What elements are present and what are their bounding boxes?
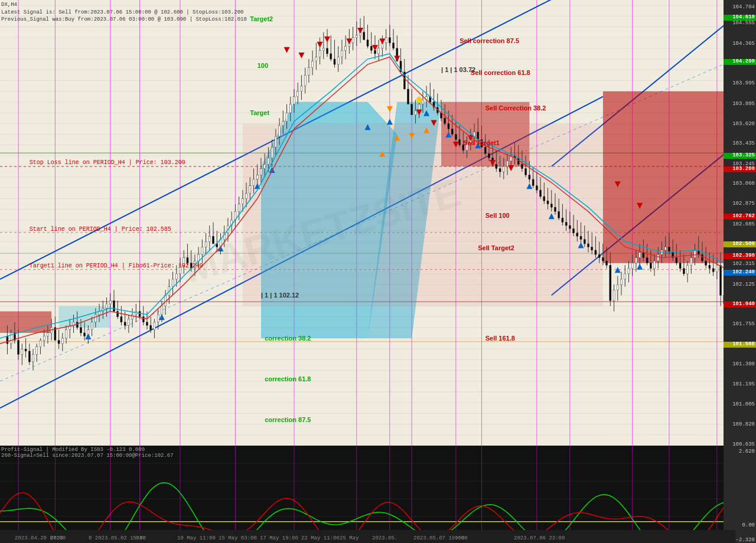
price-label-102_685: 102.685 [724,222,756,228]
date-time-bar: 2023.04.20 07:0020238 2023.05.02 15:0003… [0,530,735,543]
time-tick: 9:00 [455,535,468,541]
time-tick: 2023.05. [372,535,397,541]
price-label-104_704: 104.704 [724,5,756,11]
price-label-100_820: 100.820 [724,422,756,428]
indicator-canvas [0,446,735,543]
time-tick: 25 May [340,535,359,541]
price-label-101_568: 101.568 [724,342,756,348]
indicator-price-label: 0.00 [742,522,755,528]
price-label-101_940: 101.940 [724,302,756,308]
time-tick: 2023.07.06 23:00 [514,535,565,541]
header-info: DX,H4 Latest Signal is: Sell from:2023.0… [1,1,247,24]
price-label-104_555: 104.555 [724,21,756,27]
price-label-104_200: 104.200 [724,59,756,65]
time-tick: 15 May 03:00 [219,535,257,541]
price-label-102_500: 102.500 [724,241,756,247]
price-label-102_390: 102.390 [724,253,756,259]
price-label-102_125: 102.125 [724,282,756,288]
time-tick: 03: [136,535,145,541]
price-label-103_435: 103.435 [724,141,756,147]
price-label-101_005: 101.005 [724,402,756,408]
price-label-103_325: 103.325 [724,153,756,159]
signal-260-label: 260-Signal=Sell since:2023.07.07 15:00:0… [1,453,174,459]
indicator-info: Profit-Signal | Modified By IS03 -0.123 … [1,447,174,459]
indicator-price-label: 2.628 [739,449,755,454]
time-tick: 10 May 11:00 [177,535,216,541]
main-chart-canvas [0,0,735,446]
price-label-102_762: 102.762 [724,214,756,220]
price-label-104_365: 104.365 [724,41,756,47]
price-label-103_995: 103.995 [724,81,756,87]
symbol-ohlc: DX,H4 [1,1,247,9]
price-label-103_060: 103.060 [724,181,756,187]
price-label-101_755: 101.755 [724,322,756,328]
time-tick: 22 May 11:00 [301,535,340,541]
indicator-price-label: -2.328 [736,537,755,543]
chart-container: DX,H4 Latest Signal is: Sell from:2023.0… [0,0,756,543]
price-label-103_620: 103.620 [724,122,756,127]
time-tick: 2023 [50,535,63,541]
profit-signal-label: Profit-Signal | Modified By IS03 -0.123 … [1,447,174,453]
price-label-102_315: 102.315 [724,261,756,267]
time-tick: 17 May 19:00 [260,535,298,541]
price-label-103_805: 103.805 [724,102,756,107]
price-label-101_380: 101.380 [724,362,756,368]
price-label-101_195: 101.195 [724,382,756,388]
price-label-103_200: 103.200 [724,166,756,172]
price-axis: 104.704104.610104.555104.365104.200103.9… [724,0,756,446]
previous-signal: Previous_Signal was:Buy from:2023.07.06 … [1,16,247,24]
price-label-102_240: 102.240 [724,270,756,276]
indicator-axis: 2.6280.00-2.328 [724,446,756,543]
price-label-102_875: 102.875 [724,201,756,207]
latest-signal: Latest Signal is: Sell from:2023.07.06 1… [1,9,247,17]
